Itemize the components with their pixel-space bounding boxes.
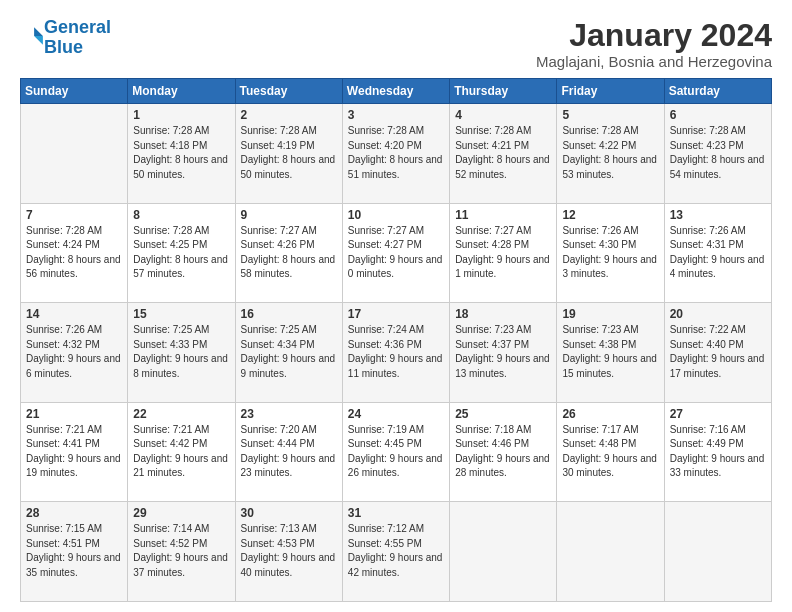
day-number: 3 [348,108,444,122]
cell-info: Sunrise: 7:28 AMSunset: 4:25 PMDaylight:… [133,225,228,280]
calendar-table: SundayMondayTuesdayWednesdayThursdayFrid… [20,78,772,602]
calendar-cell [450,502,557,602]
calendar-cell: 23Sunrise: 7:20 AMSunset: 4:44 PMDayligh… [235,402,342,502]
cell-info: Sunrise: 7:22 AMSunset: 4:40 PMDaylight:… [670,324,765,379]
day-number: 29 [133,506,229,520]
calendar-cell: 30Sunrise: 7:13 AMSunset: 4:53 PMDayligh… [235,502,342,602]
day-number: 6 [670,108,766,122]
calendar-cell [557,502,664,602]
header: General Blue January 2024 Maglajani, Bos… [20,18,772,70]
day-number: 18 [455,307,551,321]
week-row-0: 1Sunrise: 7:28 AMSunset: 4:18 PMDaylight… [21,104,772,204]
calendar-cell: 3Sunrise: 7:28 AMSunset: 4:20 PMDaylight… [342,104,449,204]
calendar-cell: 12Sunrise: 7:26 AMSunset: 4:30 PMDayligh… [557,203,664,303]
logo: General Blue [20,18,111,58]
cell-info: Sunrise: 7:28 AMSunset: 4:19 PMDaylight:… [241,125,336,180]
cell-info: Sunrise: 7:24 AMSunset: 4:36 PMDaylight:… [348,324,443,379]
calendar-cell: 18Sunrise: 7:23 AMSunset: 4:37 PMDayligh… [450,303,557,403]
day-number: 21 [26,407,122,421]
cell-info: Sunrise: 7:13 AMSunset: 4:53 PMDaylight:… [241,523,336,578]
day-number: 12 [562,208,658,222]
day-number: 11 [455,208,551,222]
calendar-cell: 15Sunrise: 7:25 AMSunset: 4:33 PMDayligh… [128,303,235,403]
cell-info: Sunrise: 7:25 AMSunset: 4:34 PMDaylight:… [241,324,336,379]
cell-info: Sunrise: 7:26 AMSunset: 4:32 PMDaylight:… [26,324,121,379]
svg-marker-1 [34,36,43,45]
cell-info: Sunrise: 7:16 AMSunset: 4:49 PMDaylight:… [670,424,765,479]
day-number: 5 [562,108,658,122]
cell-info: Sunrise: 7:28 AMSunset: 4:20 PMDaylight:… [348,125,443,180]
calendar-cell [664,502,771,602]
cell-info: Sunrise: 7:20 AMSunset: 4:44 PMDaylight:… [241,424,336,479]
calendar-cell: 1Sunrise: 7:28 AMSunset: 4:18 PMDaylight… [128,104,235,204]
cell-info: Sunrise: 7:18 AMSunset: 4:46 PMDaylight:… [455,424,550,479]
cell-info: Sunrise: 7:12 AMSunset: 4:55 PMDaylight:… [348,523,443,578]
calendar-cell: 29Sunrise: 7:14 AMSunset: 4:52 PMDayligh… [128,502,235,602]
cell-info: Sunrise: 7:28 AMSunset: 4:18 PMDaylight:… [133,125,228,180]
day-number: 16 [241,307,337,321]
svg-marker-0 [34,27,43,36]
day-number: 31 [348,506,444,520]
title-block: January 2024 Maglajani, Bosnia and Herze… [536,18,772,70]
day-number: 17 [348,307,444,321]
weekday-header-friday: Friday [557,79,664,104]
calendar-cell: 25Sunrise: 7:18 AMSunset: 4:46 PMDayligh… [450,402,557,502]
cell-info: Sunrise: 7:23 AMSunset: 4:38 PMDaylight:… [562,324,657,379]
cell-info: Sunrise: 7:19 AMSunset: 4:45 PMDaylight:… [348,424,443,479]
calendar-cell: 17Sunrise: 7:24 AMSunset: 4:36 PMDayligh… [342,303,449,403]
week-row-2: 14Sunrise: 7:26 AMSunset: 4:32 PMDayligh… [21,303,772,403]
calendar-cell: 22Sunrise: 7:21 AMSunset: 4:42 PMDayligh… [128,402,235,502]
day-number: 19 [562,307,658,321]
cell-info: Sunrise: 7:21 AMSunset: 4:42 PMDaylight:… [133,424,228,479]
calendar-cell: 28Sunrise: 7:15 AMSunset: 4:51 PMDayligh… [21,502,128,602]
cell-info: Sunrise: 7:28 AMSunset: 4:21 PMDaylight:… [455,125,550,180]
calendar-cell [21,104,128,204]
weekday-header-tuesday: Tuesday [235,79,342,104]
day-number: 27 [670,407,766,421]
cell-info: Sunrise: 7:26 AMSunset: 4:31 PMDaylight:… [670,225,765,280]
day-number: 9 [241,208,337,222]
cell-info: Sunrise: 7:17 AMSunset: 4:48 PMDaylight:… [562,424,657,479]
day-number: 26 [562,407,658,421]
calendar-cell: 9Sunrise: 7:27 AMSunset: 4:26 PMDaylight… [235,203,342,303]
calendar-cell: 10Sunrise: 7:27 AMSunset: 4:27 PMDayligh… [342,203,449,303]
day-number: 13 [670,208,766,222]
calendar-cell: 20Sunrise: 7:22 AMSunset: 4:40 PMDayligh… [664,303,771,403]
location: Maglajani, Bosnia and Herzegovina [536,53,772,70]
calendar-cell: 2Sunrise: 7:28 AMSunset: 4:19 PMDaylight… [235,104,342,204]
day-number: 2 [241,108,337,122]
day-number: 20 [670,307,766,321]
calendar-cell: 16Sunrise: 7:25 AMSunset: 4:34 PMDayligh… [235,303,342,403]
day-number: 8 [133,208,229,222]
cell-info: Sunrise: 7:27 AMSunset: 4:28 PMDaylight:… [455,225,550,280]
day-number: 25 [455,407,551,421]
week-row-1: 7Sunrise: 7:28 AMSunset: 4:24 PMDaylight… [21,203,772,303]
calendar-cell: 27Sunrise: 7:16 AMSunset: 4:49 PMDayligh… [664,402,771,502]
month-year: January 2024 [536,18,772,53]
week-row-4: 28Sunrise: 7:15 AMSunset: 4:51 PMDayligh… [21,502,772,602]
day-number: 7 [26,208,122,222]
day-number: 1 [133,108,229,122]
calendar-cell: 14Sunrise: 7:26 AMSunset: 4:32 PMDayligh… [21,303,128,403]
calendar-cell: 19Sunrise: 7:23 AMSunset: 4:38 PMDayligh… [557,303,664,403]
weekday-header-sunday: Sunday [21,79,128,104]
day-number: 28 [26,506,122,520]
weekday-header-row: SundayMondayTuesdayWednesdayThursdayFrid… [21,79,772,104]
day-number: 10 [348,208,444,222]
calendar-cell: 11Sunrise: 7:27 AMSunset: 4:28 PMDayligh… [450,203,557,303]
page: General Blue January 2024 Maglajani, Bos… [0,0,792,612]
calendar-cell: 31Sunrise: 7:12 AMSunset: 4:55 PMDayligh… [342,502,449,602]
week-row-3: 21Sunrise: 7:21 AMSunset: 4:41 PMDayligh… [21,402,772,502]
cell-info: Sunrise: 7:25 AMSunset: 4:33 PMDaylight:… [133,324,228,379]
cell-info: Sunrise: 7:28 AMSunset: 4:22 PMDaylight:… [562,125,657,180]
calendar-cell: 4Sunrise: 7:28 AMSunset: 4:21 PMDaylight… [450,104,557,204]
cell-info: Sunrise: 7:28 AMSunset: 4:24 PMDaylight:… [26,225,121,280]
calendar-cell: 21Sunrise: 7:21 AMSunset: 4:41 PMDayligh… [21,402,128,502]
cell-info: Sunrise: 7:27 AMSunset: 4:26 PMDaylight:… [241,225,336,280]
cell-info: Sunrise: 7:28 AMSunset: 4:23 PMDaylight:… [670,125,765,180]
day-number: 15 [133,307,229,321]
cell-info: Sunrise: 7:21 AMSunset: 4:41 PMDaylight:… [26,424,121,479]
calendar-cell: 24Sunrise: 7:19 AMSunset: 4:45 PMDayligh… [342,402,449,502]
weekday-header-wednesday: Wednesday [342,79,449,104]
cell-info: Sunrise: 7:15 AMSunset: 4:51 PMDaylight:… [26,523,121,578]
